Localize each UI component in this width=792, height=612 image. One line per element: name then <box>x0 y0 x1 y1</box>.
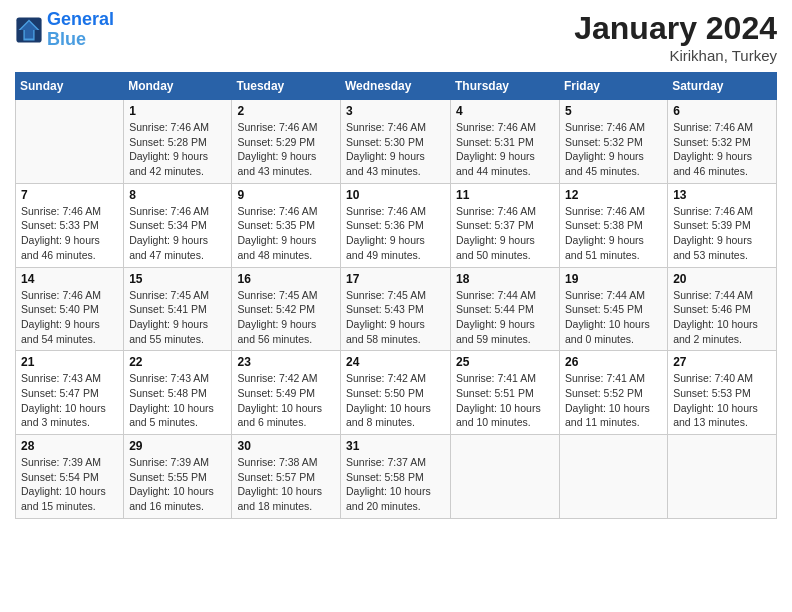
calendar-cell: 10Sunrise: 7:46 AMSunset: 5:36 PMDayligh… <box>341 183 451 267</box>
day-info: Sunrise: 7:46 AMSunset: 5:37 PMDaylight:… <box>456 204 554 263</box>
day-info: Sunrise: 7:44 AMSunset: 5:45 PMDaylight:… <box>565 288 662 347</box>
day-info: Sunrise: 7:37 AMSunset: 5:58 PMDaylight:… <box>346 455 445 514</box>
day-info: Sunrise: 7:41 AMSunset: 5:52 PMDaylight:… <box>565 371 662 430</box>
page-header: General Blue January 2024 Kirikhan, Turk… <box>15 10 777 64</box>
calendar-cell <box>451 435 560 519</box>
day-info: Sunrise: 7:44 AMSunset: 5:46 PMDaylight:… <box>673 288 771 347</box>
calendar-cell: 22Sunrise: 7:43 AMSunset: 5:48 PMDayligh… <box>124 351 232 435</box>
calendar-cell: 3Sunrise: 7:46 AMSunset: 5:30 PMDaylight… <box>341 100 451 184</box>
day-info: Sunrise: 7:45 AMSunset: 5:41 PMDaylight:… <box>129 288 226 347</box>
day-info: Sunrise: 7:46 AMSunset: 5:36 PMDaylight:… <box>346 204 445 263</box>
weekday-header-row: SundayMondayTuesdayWednesdayThursdayFrid… <box>16 73 777 100</box>
calendar-cell: 30Sunrise: 7:38 AMSunset: 5:57 PMDayligh… <box>232 435 341 519</box>
location-subtitle: Kirikhan, Turkey <box>574 47 777 64</box>
calendar-cell: 9Sunrise: 7:46 AMSunset: 5:35 PMDaylight… <box>232 183 341 267</box>
calendar-cell: 28Sunrise: 7:39 AMSunset: 5:54 PMDayligh… <box>16 435 124 519</box>
day-number: 6 <box>673 104 771 118</box>
day-number: 3 <box>346 104 445 118</box>
day-number: 23 <box>237 355 335 369</box>
day-number: 20 <box>673 272 771 286</box>
day-info: Sunrise: 7:46 AMSunset: 5:33 PMDaylight:… <box>21 204 118 263</box>
day-info: Sunrise: 7:46 AMSunset: 5:30 PMDaylight:… <box>346 120 445 179</box>
day-info: Sunrise: 7:41 AMSunset: 5:51 PMDaylight:… <box>456 371 554 430</box>
day-info: Sunrise: 7:40 AMSunset: 5:53 PMDaylight:… <box>673 371 771 430</box>
calendar-cell: 5Sunrise: 7:46 AMSunset: 5:32 PMDaylight… <box>560 100 668 184</box>
calendar-cell: 25Sunrise: 7:41 AMSunset: 5:51 PMDayligh… <box>451 351 560 435</box>
day-number: 22 <box>129 355 226 369</box>
day-info: Sunrise: 7:42 AMSunset: 5:49 PMDaylight:… <box>237 371 335 430</box>
day-number: 31 <box>346 439 445 453</box>
day-number: 18 <box>456 272 554 286</box>
day-number: 10 <box>346 188 445 202</box>
day-info: Sunrise: 7:46 AMSunset: 5:29 PMDaylight:… <box>237 120 335 179</box>
title-block: January 2024 Kirikhan, Turkey <box>574 10 777 64</box>
weekday-header: Wednesday <box>341 73 451 100</box>
day-number: 8 <box>129 188 226 202</box>
day-number: 30 <box>237 439 335 453</box>
weekday-header: Monday <box>124 73 232 100</box>
day-number: 9 <box>237 188 335 202</box>
day-info: Sunrise: 7:46 AMSunset: 5:31 PMDaylight:… <box>456 120 554 179</box>
day-info: Sunrise: 7:46 AMSunset: 5:39 PMDaylight:… <box>673 204 771 263</box>
day-number: 4 <box>456 104 554 118</box>
day-info: Sunrise: 7:46 AMSunset: 5:35 PMDaylight:… <box>237 204 335 263</box>
day-info: Sunrise: 7:44 AMSunset: 5:44 PMDaylight:… <box>456 288 554 347</box>
weekday-header: Tuesday <box>232 73 341 100</box>
calendar-cell: 31Sunrise: 7:37 AMSunset: 5:58 PMDayligh… <box>341 435 451 519</box>
calendar-cell: 26Sunrise: 7:41 AMSunset: 5:52 PMDayligh… <box>560 351 668 435</box>
day-number: 1 <box>129 104 226 118</box>
calendar-cell: 24Sunrise: 7:42 AMSunset: 5:50 PMDayligh… <box>341 351 451 435</box>
day-info: Sunrise: 7:43 AMSunset: 5:48 PMDaylight:… <box>129 371 226 430</box>
day-number: 13 <box>673 188 771 202</box>
weekday-header: Friday <box>560 73 668 100</box>
weekday-header: Sunday <box>16 73 124 100</box>
day-number: 2 <box>237 104 335 118</box>
calendar-cell: 14Sunrise: 7:46 AMSunset: 5:40 PMDayligh… <box>16 267 124 351</box>
calendar-week-row: 14Sunrise: 7:46 AMSunset: 5:40 PMDayligh… <box>16 267 777 351</box>
calendar-cell: 20Sunrise: 7:44 AMSunset: 5:46 PMDayligh… <box>668 267 777 351</box>
logo-line2: Blue <box>47 29 86 49</box>
day-number: 11 <box>456 188 554 202</box>
day-number: 15 <box>129 272 226 286</box>
day-info: Sunrise: 7:46 AMSunset: 5:28 PMDaylight:… <box>129 120 226 179</box>
calendar-cell: 17Sunrise: 7:45 AMSunset: 5:43 PMDayligh… <box>341 267 451 351</box>
calendar-cell: 6Sunrise: 7:46 AMSunset: 5:32 PMDaylight… <box>668 100 777 184</box>
day-info: Sunrise: 7:43 AMSunset: 5:47 PMDaylight:… <box>21 371 118 430</box>
calendar-cell: 12Sunrise: 7:46 AMSunset: 5:38 PMDayligh… <box>560 183 668 267</box>
calendar-cell: 1Sunrise: 7:46 AMSunset: 5:28 PMDaylight… <box>124 100 232 184</box>
day-number: 17 <box>346 272 445 286</box>
calendar-cell: 23Sunrise: 7:42 AMSunset: 5:49 PMDayligh… <box>232 351 341 435</box>
calendar-week-row: 1Sunrise: 7:46 AMSunset: 5:28 PMDaylight… <box>16 100 777 184</box>
calendar-week-row: 7Sunrise: 7:46 AMSunset: 5:33 PMDaylight… <box>16 183 777 267</box>
day-number: 29 <box>129 439 226 453</box>
day-number: 14 <box>21 272 118 286</box>
calendar-cell: 13Sunrise: 7:46 AMSunset: 5:39 PMDayligh… <box>668 183 777 267</box>
calendar-cell <box>560 435 668 519</box>
day-info: Sunrise: 7:46 AMSunset: 5:32 PMDaylight:… <box>565 120 662 179</box>
calendar-week-row: 28Sunrise: 7:39 AMSunset: 5:54 PMDayligh… <box>16 435 777 519</box>
day-number: 16 <box>237 272 335 286</box>
day-info: Sunrise: 7:42 AMSunset: 5:50 PMDaylight:… <box>346 371 445 430</box>
month-title: January 2024 <box>574 10 777 47</box>
calendar-cell: 7Sunrise: 7:46 AMSunset: 5:33 PMDaylight… <box>16 183 124 267</box>
day-info: Sunrise: 7:46 AMSunset: 5:34 PMDaylight:… <box>129 204 226 263</box>
day-number: 28 <box>21 439 118 453</box>
weekday-header: Saturday <box>668 73 777 100</box>
day-number: 21 <box>21 355 118 369</box>
weekday-header: Thursday <box>451 73 560 100</box>
calendar-week-row: 21Sunrise: 7:43 AMSunset: 5:47 PMDayligh… <box>16 351 777 435</box>
day-number: 24 <box>346 355 445 369</box>
calendar-cell: 27Sunrise: 7:40 AMSunset: 5:53 PMDayligh… <box>668 351 777 435</box>
logo-text: General Blue <box>47 10 114 50</box>
calendar-cell: 21Sunrise: 7:43 AMSunset: 5:47 PMDayligh… <box>16 351 124 435</box>
day-number: 19 <box>565 272 662 286</box>
day-info: Sunrise: 7:39 AMSunset: 5:54 PMDaylight:… <box>21 455 118 514</box>
day-number: 25 <box>456 355 554 369</box>
calendar-cell: 15Sunrise: 7:45 AMSunset: 5:41 PMDayligh… <box>124 267 232 351</box>
calendar-cell: 19Sunrise: 7:44 AMSunset: 5:45 PMDayligh… <box>560 267 668 351</box>
day-info: Sunrise: 7:39 AMSunset: 5:55 PMDaylight:… <box>129 455 226 514</box>
day-number: 27 <box>673 355 771 369</box>
calendar-cell: 8Sunrise: 7:46 AMSunset: 5:34 PMDaylight… <box>124 183 232 267</box>
day-info: Sunrise: 7:45 AMSunset: 5:43 PMDaylight:… <box>346 288 445 347</box>
calendar-cell: 4Sunrise: 7:46 AMSunset: 5:31 PMDaylight… <box>451 100 560 184</box>
